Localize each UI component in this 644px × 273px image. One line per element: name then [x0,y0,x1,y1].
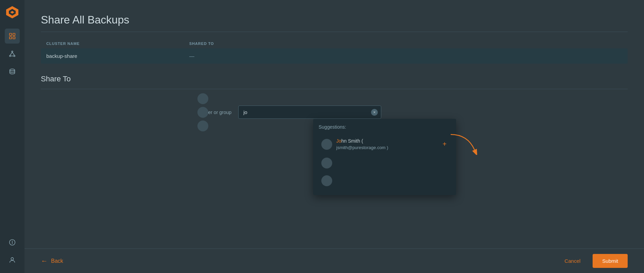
title-divider [41,32,628,32]
svg-line-10 [10,52,12,55]
suggestions-dropdown: Suggestions: John Smith ( jsmith@puresto… [313,119,456,195]
svg-rect-4 [13,33,15,35]
clear-input-button[interactable]: × [371,109,378,116]
col-cluster-name: CLUSTER NAME [46,42,189,46]
avatar-placeholder-3 [197,121,208,131]
avatar-placeholder-2 [197,107,208,118]
suggestion-name-highlight: Jo [336,138,341,144]
svg-line-11 [12,52,14,55]
shared-to-cell: — [189,53,622,59]
section-divider [41,89,628,89]
sidebar-bottom [5,235,20,268]
back-button[interactable]: ← Back [41,257,63,265]
share-to-title: Share To [41,75,628,83]
content-area: Share All Backups CLUSTER NAME SHARED TO… [25,0,644,273]
svg-rect-3 [10,33,12,35]
suggestion-placeholder-2 [319,172,451,190]
suggestion-item-john-smith[interactable]: John Smith ( jsmith@purestorage.com ) + [319,134,451,154]
suggestion-avatar [321,139,332,150]
arrow-annotation [447,131,481,155]
app-logo[interactable] [5,5,19,19]
avatar-placeholder-1 [197,93,208,104]
suggestion-text: John Smith ( jsmith@purestorage.com ) [336,138,441,151]
suggestion-name-rest: hn Smith ( [341,138,363,144]
svg-point-7 [12,51,13,52]
col-shared-to: SHARED TO [189,42,622,46]
sidebar [0,0,25,273]
bottom-bar: ← Back Cancel Submit [25,248,644,273]
svg-point-13 [10,69,15,71]
suggestions-title: Suggestions: [319,124,451,130]
sidebar-item-network[interactable] [5,46,20,61]
cancel-button[interactable]: Cancel [557,255,589,267]
svg-point-9 [14,55,15,57]
svg-point-17 [11,258,13,260]
table-row: backup-share — [41,48,628,64]
placeholder-avatar-1 [321,158,332,168]
back-label: Back [51,258,63,264]
user-group-form-row: User or group × Suggestions: John Smith … [41,99,628,126]
add-suggestion-button[interactable]: + [441,140,448,148]
svg-rect-6 [13,37,15,39]
suggestion-email: jsmith@purestorage.com ) [336,145,441,151]
cluster-name-cell: backup-share [46,53,189,59]
suggestion-name: John Smith ( [336,138,441,145]
sidebar-item-user[interactable] [5,253,20,268]
clear-icon: × [373,110,375,115]
svg-point-8 [10,55,11,57]
svg-rect-5 [10,37,12,39]
page-title: Share All Backups [41,14,628,26]
table-header: CLUSTER NAME SHARED TO [41,42,628,46]
suggestion-placeholder-1 [319,154,451,172]
sidebar-item-info[interactable] [5,235,20,250]
user-group-input[interactable] [238,106,381,119]
back-arrow-icon: ← [41,257,48,265]
sidebar-item-dashboard[interactable] [5,29,20,44]
placeholder-avatar-2 [321,175,332,186]
submit-button[interactable]: Submit [593,254,628,268]
user-group-input-wrapper: × Suggestions: John Smith ( jsmith@pures… [238,106,381,119]
sidebar-item-storage[interactable] [5,64,20,79]
main-content: Share All Backups CLUSTER NAME SHARED TO… [25,0,644,273]
